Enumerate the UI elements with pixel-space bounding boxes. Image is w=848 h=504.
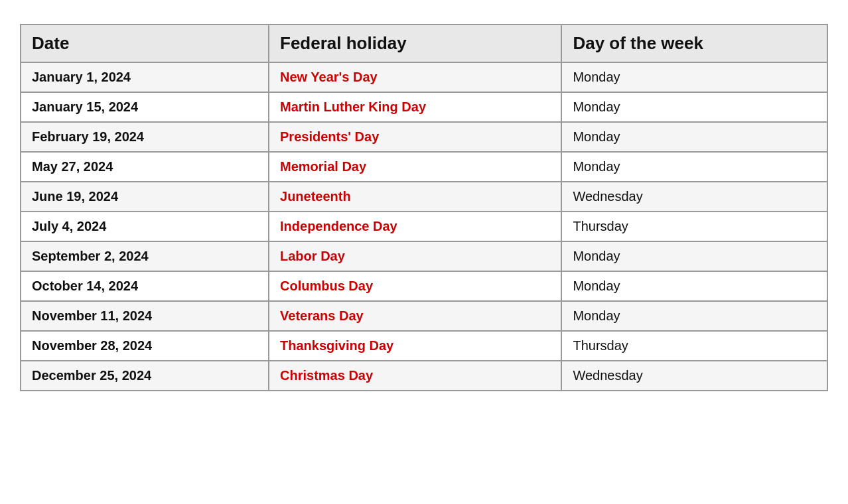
cell-date: October 14, 2024 — [21, 271, 269, 301]
cell-holiday: Thanksgiving Day — [269, 331, 561, 361]
cell-day: Monday — [561, 122, 827, 152]
table-row: July 4, 2024Independence DayThursday — [21, 212, 827, 241]
holidays-table: Date Federal holiday Day of the week Jan… — [20, 24, 828, 391]
cell-date: November 11, 2024 — [21, 301, 269, 331]
cell-day: Thursday — [561, 331, 827, 361]
table-body: January 1, 2024New Year's DayMondayJanua… — [21, 62, 827, 391]
cell-day: Monday — [561, 271, 827, 301]
cell-date: May 27, 2024 — [21, 152, 269, 182]
col-header-day: Day of the week — [561, 25, 827, 62]
table-row: November 28, 2024Thanksgiving DayThursda… — [21, 331, 827, 361]
col-header-holiday: Federal holiday — [269, 25, 561, 62]
cell-day: Monday — [561, 92, 827, 122]
table-row: June 19, 2024JuneteenthWednesday — [21, 182, 827, 212]
table-row: January 15, 2024Martin Luther King DayMo… — [21, 92, 827, 122]
table-row: February 19, 2024Presidents' DayMonday — [21, 122, 827, 152]
cell-date: September 2, 2024 — [21, 241, 269, 271]
table-row: May 27, 2024Memorial DayMonday — [21, 152, 827, 182]
cell-holiday: Independence Day — [269, 212, 561, 241]
page-header — [20, 13, 828, 17]
cell-date: November 28, 2024 — [21, 331, 269, 361]
cell-date: January 1, 2024 — [21, 62, 269, 92]
cell-day: Monday — [561, 241, 827, 271]
cell-day: Monday — [561, 152, 827, 182]
cell-holiday: Memorial Day — [269, 152, 561, 182]
cell-holiday: Presidents' Day — [269, 122, 561, 152]
cell-day: Wednesday — [561, 182, 827, 212]
table-header-row: Date Federal holiday Day of the week — [21, 25, 827, 62]
table-row: December 25, 2024Christmas DayWednesday — [21, 361, 827, 391]
table-row: January 1, 2024New Year's DayMonday — [21, 62, 827, 92]
cell-holiday: Veterans Day — [269, 301, 561, 331]
cell-day: Wednesday — [561, 361, 827, 391]
cell-date: January 15, 2024 — [21, 92, 269, 122]
cell-day: Monday — [561, 62, 827, 92]
cell-holiday: Columbus Day — [269, 271, 561, 301]
cell-date: June 19, 2024 — [21, 182, 269, 212]
table-row: September 2, 2024Labor DayMonday — [21, 241, 827, 271]
cell-day: Monday — [561, 301, 827, 331]
cell-holiday: Martin Luther King Day — [269, 92, 561, 122]
cell-date: July 4, 2024 — [21, 212, 269, 241]
table-row: November 11, 2024Veterans DayMonday — [21, 301, 827, 331]
cell-holiday: Christmas Day — [269, 361, 561, 391]
cell-holiday: Juneteenth — [269, 182, 561, 212]
table-row: October 14, 2024Columbus DayMonday — [21, 271, 827, 301]
cell-date: February 19, 2024 — [21, 122, 269, 152]
cell-day: Thursday — [561, 212, 827, 241]
cell-holiday: New Year's Day — [269, 62, 561, 92]
cell-date: December 25, 2024 — [21, 361, 269, 391]
cell-holiday: Labor Day — [269, 241, 561, 271]
col-header-date: Date — [21, 25, 269, 62]
